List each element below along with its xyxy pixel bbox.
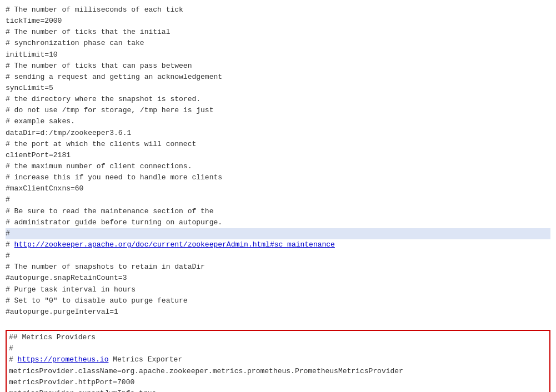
code-line: # — [6, 194, 550, 205]
spacer-line — [6, 318, 550, 329]
code-line: dataDir=d:/tmp/zookeeper3.6.1 — [6, 128, 550, 139]
metrics-line: metricsProvider.className=org.apache.zoo… — [7, 366, 549, 377]
code-line-highlighted: # — [6, 228, 550, 239]
code-line: # the maximum number of client connectio… — [6, 161, 550, 172]
code-line: # The number of ticks that the initial — [6, 27, 550, 38]
metrics-line-link: # https://prometheus.io Metrics Exporter — [7, 354, 549, 365]
code-line: # synchronization phase can take — [6, 38, 550, 49]
code-line: # administrator guide before turning on … — [6, 217, 550, 228]
code-line: # Be sure to read the maintenance sectio… — [6, 206, 550, 217]
code-line: #autopurge.purgeInterval=1 — [6, 306, 550, 318]
prometheus-link[interactable]: https://prometheus.io — [18, 355, 109, 364]
code-line: # example sakes. — [6, 116, 550, 127]
code-line: # the port at which the clients will con… — [6, 139, 550, 150]
metrics-line: # — [7, 343, 549, 354]
code-line: initLimit=10 — [6, 49, 550, 61]
code-line: # Purge task interval in hours — [6, 284, 550, 295]
code-line: # The number of ticks that can pass betw… — [6, 61, 550, 72]
code-line: # do not use /tmp for storage, /tmp here… — [6, 105, 550, 116]
code-line: # increase this if you need to handle mo… — [6, 172, 550, 183]
metrics-line: metricsProvider.httpPort=7000 — [7, 377, 549, 388]
code-line: syncLimit=5 — [6, 83, 550, 94]
code-line: # The number of milliseconds of each tic… — [6, 4, 550, 16]
code-line-link: # http://zookeeper.apache.org/doc/curren… — [6, 239, 550, 250]
code-line: #autopurge.snapRetainCount=3 — [6, 273, 550, 284]
metrics-providers-section: ## Metrics Providers # # https://prometh… — [6, 330, 550, 392]
code-line: tickTime=2000 — [6, 16, 550, 27]
code-line: clientPort=2181 — [6, 150, 550, 161]
code-editor: # The number of milliseconds of each tic… — [0, 0, 556, 392]
metrics-line: ## Metrics Providers — [7, 332, 549, 343]
code-line: # Set to "0" to disable auto purge featu… — [6, 295, 550, 306]
zookeeper-admin-link[interactable]: http://zookeeper.apache.org/doc/current/… — [14, 240, 335, 249]
metrics-line: metricsProvider.exportJvmInfo=true — [7, 388, 549, 392]
code-line: # The number of snapshots to retain in d… — [6, 262, 550, 273]
code-line: # sending a request and getting an ackno… — [6, 72, 550, 83]
code-line: # the directory where the snapshot is st… — [6, 94, 550, 105]
code-line: #maxClientCnxns=60 — [6, 183, 550, 194]
code-line: # — [6, 250, 550, 262]
